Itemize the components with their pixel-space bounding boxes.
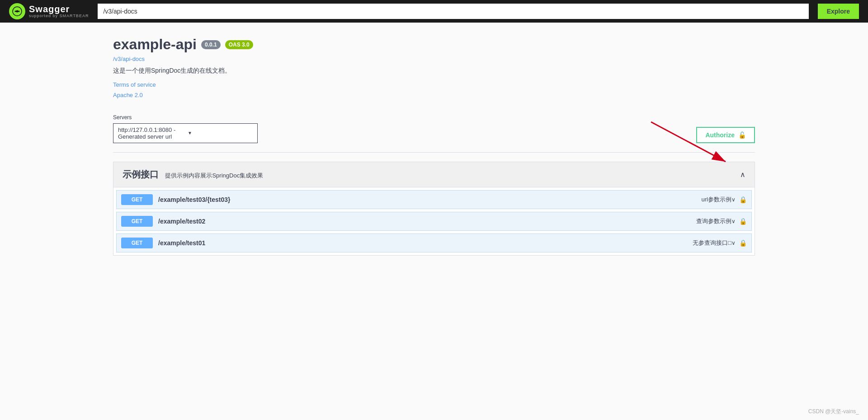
endpoint-row[interactable]: GET /example/test01 无参查询接口□ ∨ 🔒 [116, 233, 752, 252]
explore-button[interactable]: Explore [818, 4, 859, 19]
endpoint-chevron-icon: ∨ [731, 240, 736, 246]
swagger-icon [9, 3, 25, 19]
endpoint-summary: 查询参数示例 [696, 217, 731, 225]
method-badge: GET [121, 238, 153, 248]
method-badge: GET [121, 194, 153, 205]
swagger-text: Swagger supported by SMARTBEAR [29, 5, 89, 18]
api-group-title: 示例接口 [123, 169, 159, 179]
api-title-row: example-api 0.0.1 OAS 3.0 [113, 36, 755, 53]
servers-selected-value: http://127.0.0.1:8080 - Generated server… [118, 126, 183, 140]
api-group: 示例接口 提供示例内容展示SpringDoc集成效果 ∧ GET /exampl… [113, 162, 755, 256]
endpoint-right: ∨ 🔒 [731, 196, 747, 203]
main-content: example-api 0.0.1 OAS 3.0 /v3/api-docs 这… [104, 23, 764, 276]
authorize-label: Authorize [705, 131, 735, 139]
servers-label: Servers [113, 114, 258, 121]
endpoint-right: ∨ 🔒 [731, 218, 747, 225]
endpoint-summary: url参数示例 [702, 196, 731, 204]
endpoint-row[interactable]: GET /example/test02 查询参数示例 ∨ 🔒 [116, 212, 752, 231]
api-group-header[interactable]: 示例接口 提供示例内容展示SpringDoc集成效果 ∧ [113, 162, 755, 187]
oas-badge: OAS 3.0 [225, 40, 253, 49]
api-info: example-api 0.0.1 OAS 3.0 /v3/api-docs 这… [113, 36, 755, 101]
search-input[interactable] [98, 4, 808, 19]
endpoint-lock-icon: 🔒 [739, 196, 747, 203]
search-container [98, 4, 808, 19]
servers-authorize-row: Servers http://127.0.0.1:8080 - Generate… [113, 114, 755, 153]
api-links: Terms of service Apache 2.0 [113, 79, 755, 101]
endpoint-right: ∨ 🔒 [731, 239, 747, 247]
lock-icon: 🔓 [738, 131, 746, 139]
chevron-down-icon: ▼ [188, 131, 253, 135]
header: Swagger supported by SMARTBEAR Explore [0, 0, 868, 23]
servers-section: Servers http://127.0.0.1:8080 - Generate… [113, 114, 258, 143]
endpoint-path: /example/test01 [158, 239, 688, 247]
endpoint-row[interactable]: GET /example/test03/{test03} url参数示例 ∨ 🔒 [116, 190, 752, 209]
endpoint-chevron-icon: ∨ [731, 218, 736, 224]
swagger-subtitle: supported by SMARTBEAR [29, 14, 89, 18]
servers-dropdown[interactable]: http://127.0.0.1:8080 - Generated server… [113, 123, 258, 143]
endpoint-lock-icon: 🔒 [739, 218, 747, 225]
collapse-icon: ∧ [740, 170, 745, 179]
svg-point-1 [15, 11, 16, 12]
logo: Swagger supported by SMARTBEAR [9, 3, 89, 19]
license-link[interactable]: Apache 2.0 [113, 90, 755, 100]
method-badge: GET [121, 216, 153, 227]
endpoint-path: /example/test02 [158, 218, 692, 225]
endpoints-container: GET /example/test03/{test03} url参数示例 ∨ 🔒… [113, 190, 755, 252]
swagger-title: Swagger [29, 5, 89, 14]
terms-link[interactable]: Terms of service [113, 79, 755, 90]
docs-link[interactable]: /v3/api-docs [113, 56, 755, 62]
api-group-title-row: 示例接口 提供示例内容展示SpringDoc集成效果 [123, 168, 263, 181]
endpoint-lock-icon: 🔒 [739, 239, 747, 247]
authorize-button[interactable]: Authorize 🔓 [696, 127, 755, 143]
api-description: 这是一个使用SpringDoc生成的在线文档。 [113, 67, 755, 75]
endpoint-summary: 无参查询接口□ [693, 239, 731, 247]
svg-point-2 [19, 11, 20, 12]
version-badge: 0.0.1 [201, 40, 221, 49]
api-group-description: 提供示例内容展示SpringDoc集成效果 [165, 172, 263, 179]
api-title: example-api [113, 36, 197, 53]
endpoint-chevron-icon: ∨ [731, 196, 736, 203]
endpoint-path: /example/test03/{test03} [158, 196, 697, 203]
